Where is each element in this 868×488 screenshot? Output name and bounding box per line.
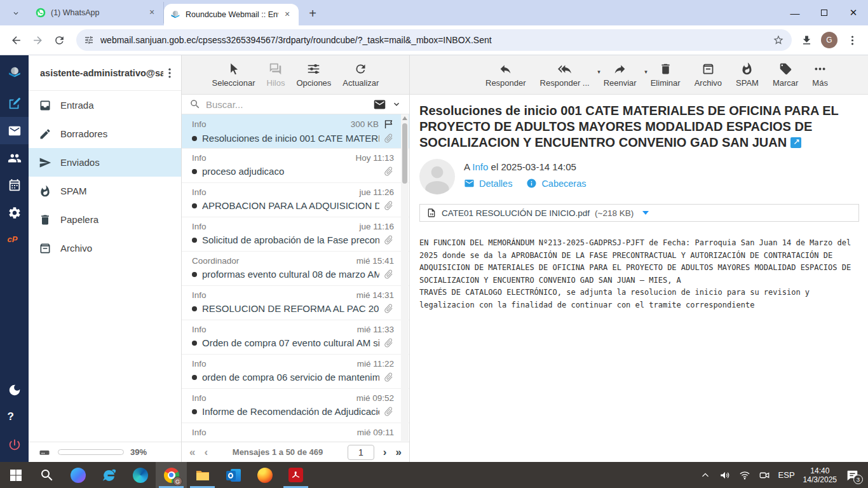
reenviar-button[interactable]: Reenviar ▾ xyxy=(597,62,644,88)
sidebar-folder-borradores[interactable]: Borradores xyxy=(29,119,181,148)
eliminar-button[interactable]: Eliminar ▾ xyxy=(644,62,688,88)
taskbar-file-explorer[interactable] xyxy=(187,462,218,488)
search-input[interactable] xyxy=(206,99,368,110)
sender-block: A Info el 2025-03-14 14:05 Detalles Cabe… xyxy=(419,159,859,194)
list-scrollbar[interactable] xyxy=(401,114,409,441)
bookmark-star-icon[interactable] xyxy=(773,34,784,46)
rail-compose[interactable] xyxy=(0,90,29,117)
rail-help[interactable]: ? xyxy=(0,403,29,431)
message-row[interactable]: Info mié 11:33 Orden de compra 07 evento… xyxy=(182,320,409,355)
reload-button[interactable] xyxy=(48,29,70,51)
message-row[interactable]: Info jue 11:16 Solicitud de aprobación d… xyxy=(182,217,409,252)
sidebar-folder-papelera[interactable]: Papelera xyxy=(29,205,181,234)
account-menu-icon[interactable] xyxy=(163,67,176,79)
taskbar-acrobat[interactable] xyxy=(280,462,311,488)
wifi-icon[interactable] xyxy=(739,470,750,481)
message-row[interactable]: Info mié 09:11 xyxy=(182,423,409,442)
back-button[interactable] xyxy=(5,29,27,51)
recipient-link[interactable]: Info xyxy=(472,161,488,172)
unread-dot xyxy=(192,341,197,346)
replyall-icon xyxy=(558,62,571,76)
m-s-button[interactable]: Más ▾ xyxy=(805,62,835,88)
next-page-button[interactable]: › xyxy=(383,446,387,459)
browser-tab-whatsapp[interactable]: (1) WhatsApp × xyxy=(29,2,164,24)
taskbar-taskbar-search[interactable] xyxy=(31,462,62,488)
seleccionar-button[interactable]: Seleccionar ▾ xyxy=(207,62,261,88)
window-controls: — ✕ xyxy=(780,0,868,25)
message-row[interactable]: Info 300 KB Resoluciones de inicio 001 C… xyxy=(182,114,409,149)
address-bar[interactable]: webmail.sanjuan.gob.ec/cpsess3265394567/… xyxy=(76,29,792,51)
taskbar-edge[interactable] xyxy=(125,462,156,488)
window-restore-button[interactable] xyxy=(810,0,839,25)
tab-close-icon[interactable]: × xyxy=(147,8,157,18)
responder-button[interactable]: Responder ▾ xyxy=(478,62,533,88)
headers-link[interactable]: Cabeceras xyxy=(526,178,586,189)
flag-icon[interactable] xyxy=(383,119,394,130)
taskbar-start[interactable] xyxy=(0,462,31,488)
tray-expand-icon[interactable] xyxy=(700,470,711,481)
details-link[interactable]: Detalles xyxy=(464,178,512,189)
rail-calendar[interactable] xyxy=(0,172,29,199)
sidebar-folder-spam[interactable]: SPAM xyxy=(29,177,181,205)
open-in-new-window-icon[interactable] xyxy=(790,137,801,148)
taskbar-copilot[interactable] xyxy=(62,462,93,488)
forward-button[interactable] xyxy=(27,29,48,51)
attachment-bar[interactable]: CATE01 RESOLUCIÓN DE INICIO.pdf (~218 KB… xyxy=(419,204,859,222)
rail-logout[interactable] xyxy=(0,431,29,458)
keyboard-language[interactable]: ESP xyxy=(778,470,795,480)
sidebar-folder-archivo[interactable]: Archivo xyxy=(29,234,181,262)
site-settings-icon[interactable] xyxy=(84,35,94,45)
search-scope-mail-icon[interactable] xyxy=(373,98,386,111)
responder-button[interactable]: Responder ... ▾ xyxy=(533,62,597,88)
attachment-name[interactable]: CATE01 RESOLUCIÓN DE INICIO.pdf xyxy=(442,208,590,218)
tab-close-icon[interactable]: × xyxy=(282,10,292,20)
window-close-button[interactable]: ✕ xyxy=(839,0,868,25)
attachment-dropdown-icon[interactable] xyxy=(642,211,649,215)
clock[interactable]: 14:40 14/3/2025 xyxy=(803,466,837,484)
url-text: webmail.sanjuan.gob.ec/cpsess3265394567/… xyxy=(100,35,773,45)
new-tab-button[interactable]: + xyxy=(304,4,322,22)
hilos-button[interactable]: Hilos ▾ xyxy=(261,62,291,88)
browser-tab-roundcube[interactable]: Roundcube Webmail :: Enviados × xyxy=(164,4,299,25)
notification-center-button[interactable]: 3 xyxy=(845,468,860,482)
rail-dark-mode[interactable] xyxy=(0,376,29,403)
window-minimize-button[interactable]: — xyxy=(780,0,810,25)
search-options-chevron-icon[interactable] xyxy=(391,99,402,109)
rail-contacts[interactable] xyxy=(0,144,29,172)
actualizar-button[interactable]: Actualizar ▾ xyxy=(337,62,384,88)
meet-now-icon[interactable] xyxy=(759,470,770,481)
taskbar-internet-explorer[interactable] xyxy=(93,462,125,488)
browser-menu-button[interactable] xyxy=(841,29,863,51)
taskbar-outlook[interactable] xyxy=(218,462,249,488)
folder-list: Entrada Borradores Enviados SPAM Papeler… xyxy=(29,91,181,262)
message-row[interactable]: Info Hoy 11:13 proceso adjudicaco xyxy=(182,149,409,183)
volume-icon[interactable] xyxy=(719,470,731,481)
last-page-button[interactable]: » xyxy=(396,446,402,459)
message-row[interactable]: Coordinador mié 15:41 proformas evento c… xyxy=(182,252,409,286)
rail-settings[interactable] xyxy=(0,199,29,226)
rail-mail[interactable] xyxy=(0,117,29,144)
tab-search-button[interactable] xyxy=(6,4,25,22)
scroll-up-arrow[interactable] xyxy=(402,116,407,120)
rail-roundcube-logo[interactable] xyxy=(0,55,29,90)
taskbar-chrome[interactable]: G xyxy=(156,462,187,488)
first-page-button[interactable]: « xyxy=(189,446,195,459)
message-row[interactable]: Info mié 09:52 Informe de Recomendación … xyxy=(182,389,409,423)
message-row[interactable]: Info jue 11:26 APROBACION PARA LA ADQUIS… xyxy=(182,183,409,217)
scrollbar-thumb[interactable] xyxy=(402,123,407,184)
page-number-input[interactable] xyxy=(348,445,374,460)
opciones-button[interactable]: Opciones ▾ xyxy=(290,62,337,88)
rail-cpanel[interactable]: cP xyxy=(0,226,29,254)
message-body: EN FUNCION DEL MEMORÁNDUM Nº213-2025-GAD… xyxy=(419,237,859,311)
taskbar-firefox[interactable] xyxy=(249,462,280,488)
message-row[interactable]: Info mié 11:22 orden de compra 06 servic… xyxy=(182,355,409,389)
sidebar-folder-enviados[interactable]: Enviados xyxy=(29,148,181,177)
browser-profile-avatar[interactable]: G xyxy=(821,32,837,48)
downloads-button[interactable] xyxy=(796,29,817,51)
calendar-icon xyxy=(8,179,22,193)
archivo-button[interactable]: Archivo ▾ xyxy=(688,62,729,88)
marcar-button[interactable]: Marcar ▾ xyxy=(766,62,805,88)
spam-button[interactable]: SPAM ▾ xyxy=(729,62,766,88)
message-row[interactable]: Info mié 14:31 RESOLUCION DE REFORMA AL … xyxy=(182,286,409,320)
sidebar-folder-entrada[interactable]: Entrada xyxy=(29,91,181,119)
